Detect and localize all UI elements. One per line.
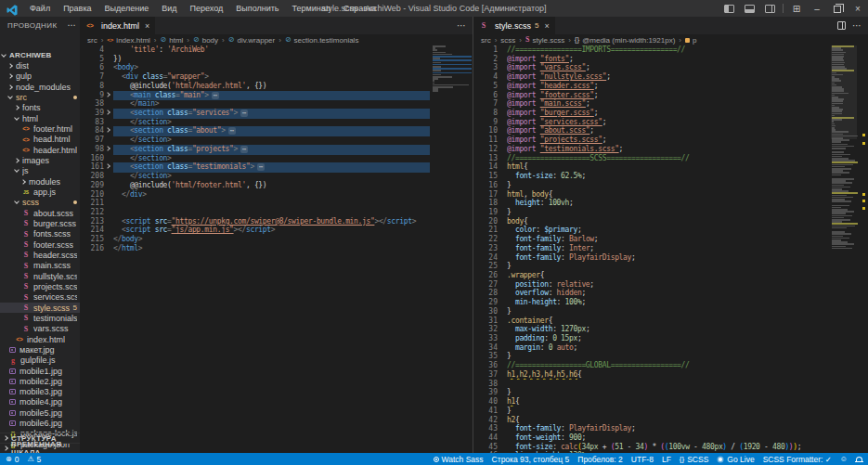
tree-item-mobile1.jpg[interactable]: mobile1.jpg xyxy=(0,366,80,376)
fold-chevron-icon[interactable] xyxy=(105,128,110,134)
tree-item-index.html[interactable]: <>index.html xyxy=(0,334,80,344)
code-line-42[interactable]: 42h2{ xyxy=(473,416,868,425)
fold-chevron-icon[interactable] xyxy=(105,92,110,97)
tree-item-js[interactable]: js xyxy=(0,166,80,176)
tree-item-app.js[interactable]: JSapp.js xyxy=(0,187,80,197)
status-bell[interactable] xyxy=(856,456,862,462)
code-line-213[interactable]: 213 <script src="https://unpkg.com/swipe… xyxy=(80,217,473,226)
tree-item-style.scss[interactable]: Sstyle.scss5 xyxy=(0,303,80,313)
code-line-39[interactable]: 39 <section class="services">⋯ xyxy=(80,109,473,118)
customize-layout-icon[interactable]: ⊞ xyxy=(786,0,807,17)
code-line-38[interactable]: 38 xyxy=(473,380,868,389)
breadcrumb-item-style.scss[interactable]: Sstyle.scss xyxy=(525,36,564,45)
code-line-211[interactable]: 211 xyxy=(80,199,473,208)
tree-item-mobile6.jpg[interactable]: mobile6.jpg xyxy=(0,418,80,428)
code-line-18[interactable]: 18 height: 100vh; xyxy=(473,199,868,208)
code-line-23[interactable]: 23 font-family: Inter; xyxy=(473,244,868,253)
status-UTF-8[interactable]: UTF-8 xyxy=(631,455,654,464)
tab-close-icon[interactable]: × xyxy=(544,21,549,31)
code-line-26[interactable]: 26.wrapper{ xyxy=(473,271,868,280)
code-line-44[interactable]: 44 font-weight: 900; xyxy=(473,433,868,443)
status-error[interactable]: ⊗0 xyxy=(6,455,19,464)
code-line-27[interactable]: 27 position: relative; xyxy=(473,280,868,290)
menu-Переход[interactable]: Переход xyxy=(184,0,230,17)
status-LF[interactable]: LF xyxy=(662,455,671,464)
tree-item-modules[interactable]: modules xyxy=(0,176,80,187)
code-line-5[interactable]: 5}) xyxy=(80,55,473,64)
code-line-25[interactable]: 25} xyxy=(473,262,868,271)
breadcrumb-item-@media (min-width:1921px)[interactable]: {}@media (min-width:1921px) xyxy=(575,36,676,45)
toggle-sidebar-icon[interactable] xyxy=(719,0,739,17)
code-line-83[interactable]: 83 </section> xyxy=(80,118,473,127)
menu-Правка[interactable]: Правка xyxy=(57,0,97,17)
code-area[interactable]: 1//================IMPORTS==============… xyxy=(473,45,868,453)
code-line-6[interactable]: 6<body> xyxy=(80,63,473,72)
tree-item-gulpfile.js[interactable]: ggulpfile.js xyxy=(0,355,80,366)
code-line-14[interactable]: 14html{ xyxy=(473,162,868,172)
tree-item-burger.scss[interactable]: Sburger.scss xyxy=(0,218,80,228)
code-line-98[interactable]: 98 <section class="projects">⋯ xyxy=(80,145,473,154)
code-line-20[interactable]: 20body{ xyxy=(473,217,868,226)
menu-Выполнить[interactable]: Выполнить xyxy=(229,0,285,17)
fold-chevron-icon[interactable] xyxy=(105,146,110,151)
code-line-31[interactable]: 31.container{ xyxy=(473,316,868,326)
code-line-30[interactable]: 30} xyxy=(473,307,868,316)
breadcrumb-item-src[interactable]: src xyxy=(87,36,97,45)
code-line-38[interactable]: 38 </main> xyxy=(80,99,473,109)
code-line-9[interactable]: 9@import "services.scss"; xyxy=(473,118,868,127)
tree-item-nullstyle.scss[interactable]: Snullstyle.scss xyxy=(0,271,80,281)
code-line-17[interactable]: 17html, body{ xyxy=(473,190,868,200)
tree-item-макет.jpg[interactable]: макет.jpg xyxy=(0,344,80,355)
code-line-37[interactable]: 37h1,h2,h3,h4,h5,h6{ xyxy=(473,370,868,380)
tree-item-about.scss[interactable]: Sabout.scss xyxy=(0,208,80,218)
tree-item-services.scss[interactable]: Sservices.scss xyxy=(0,292,80,303)
tree-item-html[interactable]: html xyxy=(0,113,80,123)
tree-item-mobile5.jpg[interactable]: mobile5.jpg xyxy=(0,407,80,418)
code-line-35[interactable]: 35} xyxy=(473,352,868,361)
code-line-97[interactable]: 97 </section> xyxy=(80,136,473,145)
more-actions-icon[interactable]: ⋯ xyxy=(457,20,466,31)
code-line-209[interactable]: 209 @@include('html/footer.html', {}) xyxy=(80,181,473,190)
status-Watch Sass[interactable]: Watch Sass xyxy=(434,455,484,464)
code-line-7[interactable]: 7@import "main.scss"; xyxy=(473,99,868,109)
tree-item-dist[interactable]: dist xyxy=(0,60,80,71)
status-SCSS[interactable]: {}SCSS xyxy=(680,455,709,464)
code-line-21[interactable]: 21 color: $primary; xyxy=(473,226,868,235)
code-line-160[interactable]: 160 </section> xyxy=(80,154,473,163)
more-actions-icon[interactable]: ⋯ xyxy=(852,20,862,31)
menu-Вид[interactable]: Вид xyxy=(155,0,183,17)
breadcrumb-item-body[interactable]: ⊘body xyxy=(193,36,218,45)
code-line-19[interactable]: 19} xyxy=(473,208,868,217)
code-line-1[interactable]: 1//================IMPORTS==============… xyxy=(473,45,868,55)
tree-item-node_modules[interactable]: node_modules xyxy=(0,82,80,92)
code-line-9[interactable]: 9 <main class="main">⋯ xyxy=(80,91,473,100)
menu-Терминал[interactable]: Терминал xyxy=(286,0,337,17)
code-line-34[interactable]: 34 margin: 0 auto; xyxy=(473,343,868,353)
code-line-39[interactable]: 39} xyxy=(473,388,868,397)
code-line-11[interactable]: 11@import "projects.scss"; xyxy=(473,136,868,145)
code-line-12[interactable]: 12@import "testimonials.scss"; xyxy=(473,145,868,154)
status-Go Live[interactable]: Go Live xyxy=(717,455,754,464)
code-line-6[interactable]: 6@import "footer.scss"; xyxy=(473,91,868,100)
status-warning[interactable]: ⚠5 xyxy=(27,455,41,464)
code-line-84[interactable]: 84 <section class="about">⋯ xyxy=(80,126,473,136)
status-Пробелов: 2[interactable]: Пробелов: 2 xyxy=(577,455,623,464)
toggle-secondary-sidebar-icon[interactable] xyxy=(759,0,780,17)
breadcrumb-item-index.html[interactable]: <>index.html xyxy=(107,36,149,45)
code-line-43[interactable]: 43 font-family: PlayfairDisplay; xyxy=(473,424,868,433)
code-line-36[interactable]: 36//=================GLOBAL=============… xyxy=(473,361,868,370)
code-line-33[interactable]: 33 padding: 0 15px; xyxy=(473,334,868,343)
menu-Справка[interactable]: Справка xyxy=(337,0,382,17)
code-line-10[interactable]: 10@import "about.scss"; xyxy=(473,126,868,136)
breadcrumb-item-section.testimonials[interactable]: ⊘section.testimonials xyxy=(285,36,359,45)
split-editor-icon[interactable] xyxy=(837,21,846,30)
breadcrumb-item-src[interactable]: src xyxy=(481,36,491,45)
tree-item-mobile3.jpg[interactable]: mobile3.jpg xyxy=(0,387,80,397)
tab-close-icon[interactable]: × xyxy=(145,21,149,31)
fold-chevron-icon[interactable] xyxy=(105,164,110,170)
breadcrumb-item-html[interactable]: ⊘html xyxy=(161,36,184,45)
status-Строка 93, столбец 5[interactable]: Строка 93, столбец 5 xyxy=(492,455,570,464)
code-line-15[interactable]: 15 font-size: 62.5%; xyxy=(473,172,868,181)
tree-item-ARCHIWEB[interactable]: ARCHIWEB xyxy=(0,50,80,60)
explorer-actions-icon[interactable]: ⋯ xyxy=(68,20,76,30)
